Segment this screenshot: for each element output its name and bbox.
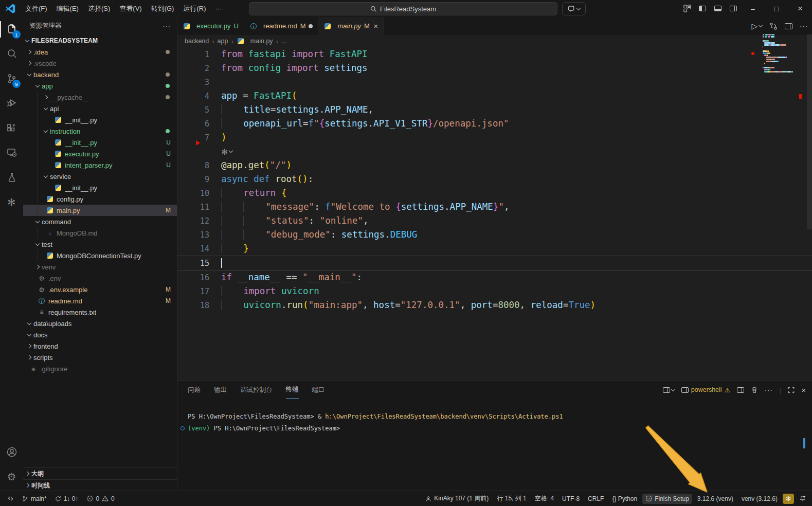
tree-file-row[interactable]: __init__.pyU: [23, 137, 177, 148]
tree-file-row[interactable]: config.py: [23, 193, 177, 205]
breadcrumb-item[interactable]: main.py: [250, 38, 273, 45]
tree-folder-row[interactable]: .idea: [23, 46, 177, 58]
breadcrumb-item[interactable]: ...: [281, 38, 286, 45]
panel-tab-端口[interactable]: 端口: [312, 381, 325, 399]
activity-search-button[interactable]: [0, 42, 23, 66]
tree-folder-row[interactable]: command: [23, 216, 177, 227]
status-git-sync[interactable]: 1↓ 0↑: [52, 494, 82, 504]
panel-tab-输出[interactable]: 输出: [214, 381, 227, 399]
menu-item[interactable]: 查看(V): [115, 3, 146, 14]
command-center-search[interactable]: FilesReadSysteam: [249, 2, 557, 15]
toggle-primary-sidebar-button[interactable]: [695, 2, 710, 15]
tree-folder-row[interactable]: venv: [23, 261, 177, 273]
tree-folder-row[interactable]: __pycache__: [23, 92, 177, 103]
breadcrumb-item[interactable]: app: [218, 38, 228, 45]
menu-item[interactable]: 转到(G): [147, 3, 179, 14]
activity-extensions-button[interactable]: [0, 116, 23, 140]
tree-file-row[interactable]: __init__.py: [23, 182, 177, 193]
settings-gear-button[interactable]: ⚙: [0, 464, 23, 489]
toggle-panel-button[interactable]: [710, 2, 726, 15]
status-venv-status[interactable]: venv (3.12.6): [738, 494, 781, 504]
terminal-scrollbar[interactable]: [803, 438, 805, 448]
activity-remote-explorer-button[interactable]: [0, 140, 23, 165]
panel-more-actions-icon[interactable]: ···: [765, 386, 773, 394]
window-maximize-button[interactable]: □: [765, 0, 788, 17]
tree-folder-row[interactable]: frontend: [23, 340, 177, 352]
editor-tab-main.py[interactable]: main.pyM×: [318, 17, 384, 35]
split-terminal-icon[interactable]: [737, 387, 744, 393]
panel-tab-问题[interactable]: 问题: [188, 381, 201, 399]
maximize-panel-icon[interactable]: [788, 387, 795, 393]
tree-folder-row[interactable]: test: [23, 239, 177, 250]
status-indentation[interactable]: 空格: 4: [532, 493, 557, 504]
editor-tab-executor.py[interactable]: executor.pyU: [177, 17, 244, 35]
kill-terminal-icon[interactable]: [751, 386, 758, 393]
editor-more-actions-icon[interactable]: ···: [800, 22, 808, 30]
dirty-indicator-icon[interactable]: [309, 24, 313, 28]
tree-file-row[interactable]: ⚙.env.exampleM: [23, 284, 177, 295]
status-git-branch[interactable]: main*: [19, 494, 50, 504]
breadcrumb-item[interactable]: backend: [185, 38, 209, 45]
status-remote[interactable]: [4, 494, 17, 503]
minimap[interactable]: [763, 34, 795, 73]
menu-item[interactable]: 编辑(E): [52, 3, 83, 14]
tree-file-row[interactable]: main.pyM: [23, 205, 177, 216]
command-decoration-icon[interactable]: [181, 426, 185, 430]
tree-file-row[interactable]: ireadme.mdM: [23, 295, 177, 306]
terminal-instance-item[interactable]: powershell ⚠: [681, 386, 730, 394]
panel-tab-调试控制台[interactable]: 调试控制台: [240, 381, 273, 399]
tree-file-row[interactable]: ⚙.env: [23, 273, 177, 284]
status-notifications[interactable]: [796, 494, 809, 503]
close-panel-icon[interactable]: ×: [801, 386, 806, 394]
sidebar-section-timeline[interactable]: 时间线: [23, 479, 177, 491]
customize-layout-button[interactable]: [679, 2, 695, 15]
tree-file-row[interactable]: intent_parser.pyU: [23, 159, 177, 171]
menu-item[interactable]: ···: [210, 3, 226, 14]
tree-folder-row[interactable]: docs: [23, 329, 177, 340]
menu-item[interactable]: 文件(F): [21, 3, 52, 14]
workspace-root-row[interactable]: FILESREADSYSTEAM: [23, 35, 177, 46]
editor-scrollbar[interactable]: [807, 34, 812, 229]
tree-folder-row[interactable]: data\uploads: [23, 318, 177, 329]
status-eol[interactable]: CRLF: [585, 494, 607, 504]
toggle-secondary-sidebar-button[interactable]: [726, 2, 741, 15]
accounts-button[interactable]: [0, 440, 23, 464]
sidebar-section-outline[interactable]: 大纲: [23, 467, 177, 479]
terminal-output[interactable]: PS H:\OwnProject\FilesReadSysteam> & h:\…: [188, 411, 797, 435]
activity-ai-extension-button[interactable]: ✻: [0, 190, 23, 214]
status-encoding[interactable]: UTF-8: [559, 494, 583, 504]
status-problems[interactable]: 00: [83, 494, 117, 504]
tree-folder-row[interactable]: .vscode: [23, 58, 177, 69]
window-close-button[interactable]: ×: [788, 0, 812, 17]
activity-testing-button[interactable]: [0, 165, 23, 190]
code-editor[interactable]: 1from fastapi import FastAPI2from config…: [177, 47, 812, 381]
tree-file-row[interactable]: ≡requirements.txt: [23, 306, 177, 318]
tree-folder-row[interactable]: backend: [23, 69, 177, 80]
run-python-button[interactable]: ▷: [751, 22, 762, 31]
copilot-menu-button[interactable]: [562, 2, 586, 15]
activity-explorer-button[interactable]: 1: [0, 17, 23, 42]
status-python-interpreter[interactable]: 3.12.6 (venv): [694, 494, 736, 504]
status-git-blame[interactable]: KiriAky 107 (1 周前): [422, 493, 492, 504]
status-cursor-position[interactable]: 行 15, 列 1: [494, 493, 529, 504]
menu-item[interactable]: 运行(R): [178, 3, 210, 14]
breadcrumb[interactable]: backend›app›main.py›...: [177, 35, 812, 47]
window-minimize-button[interactable]: –: [741, 0, 765, 17]
tree-file-row[interactable]: ↓MongoDB.md: [23, 227, 177, 239]
tree-file-row[interactable]: MongoDBConnectionTest.py: [23, 250, 177, 261]
panel-tab-终端[interactable]: 终端: [286, 381, 299, 399]
menu-item[interactable]: 选择(S): [83, 3, 115, 14]
status-language-mode[interactable]: {} Python: [609, 494, 640, 504]
activity-run-debug-button[interactable]: [0, 91, 23, 116]
tree-folder-row[interactable]: scripts: [23, 352, 177, 363]
tree-folder-row[interactable]: app: [23, 80, 177, 92]
tree-folder-row[interactable]: api: [23, 103, 177, 114]
tab-close-icon[interactable]: ×: [374, 22, 378, 30]
split-editor-icon[interactable]: [785, 23, 792, 29]
activity-source-control-button[interactable]: 9: [0, 66, 23, 91]
status-finish-setup[interactable]: Finish Setup: [642, 494, 692, 504]
editor-tab-readme.md[interactable]: ireadme.mdM: [244, 17, 319, 35]
inline-ai-widget[interactable]: ✻: [222, 147, 232, 156]
status-ai-extension[interactable]: ✻: [783, 494, 794, 504]
tree-folder-row[interactable]: instruction: [23, 125, 177, 137]
